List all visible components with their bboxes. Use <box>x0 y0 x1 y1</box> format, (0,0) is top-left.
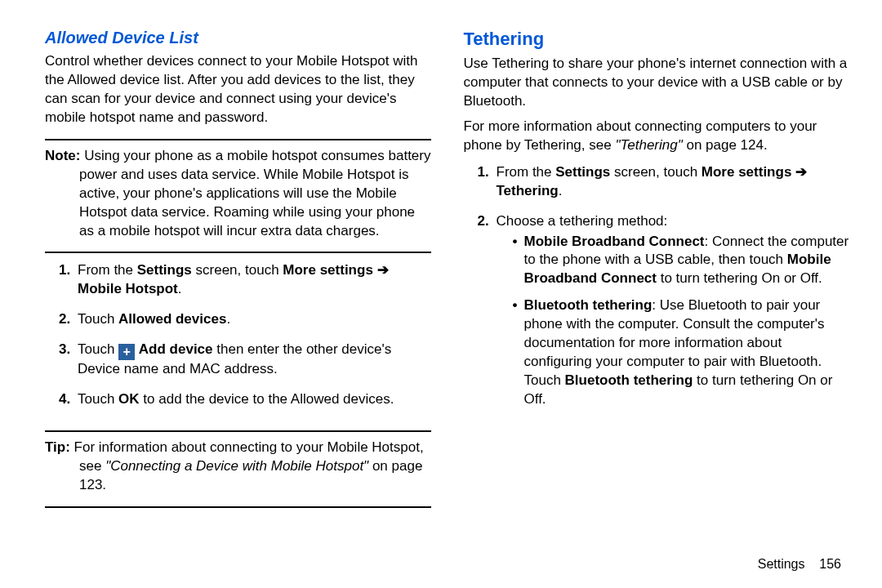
bullet-bluetooth-tethering: Bluetooth tethering: Use Bluetooth to pa… <box>513 296 850 409</box>
step-1: From the Settings screen, touch More set… <box>74 261 431 299</box>
step-2: Choose a tethering method: Mobile Broadb… <box>493 212 850 409</box>
text: to add the device to the Allowed devices… <box>140 391 394 407</box>
text: From the <box>497 164 556 180</box>
right-column: Tethering Use Tethering to share your ph… <box>464 29 850 564</box>
bold: More settings <box>283 262 373 278</box>
divider <box>45 139 431 140</box>
tip-block: Tip: For information about connecting to… <box>45 439 431 495</box>
text: Touch <box>78 341 118 357</box>
footer-page-number: 156 <box>819 557 841 571</box>
bold: Add device <box>139 341 213 357</box>
section-title-allowed-device-list: Allowed Device List <box>45 29 431 47</box>
bold: Allowed devices <box>118 311 226 327</box>
note-body: Using your phone as a mobile hotspot con… <box>79 148 430 238</box>
step-1: From the Settings screen, touch More set… <box>493 163 850 201</box>
text: on page 124. <box>683 137 768 153</box>
step-2: Touch Allowed devices. <box>74 310 431 329</box>
steps-list-left: From the Settings screen, touch More set… <box>45 261 431 421</box>
bold: More settings <box>702 164 792 180</box>
text: . <box>178 281 182 296</box>
note-block: Note: Using your phone as a mobile hotsp… <box>45 147 431 241</box>
bold: Bluetooth tethering <box>524 297 653 313</box>
bold: Tethering <box>497 183 559 198</box>
page-footer: Settings 156 <box>758 557 841 572</box>
italic: "Tethering" <box>615 137 682 153</box>
section-heading-tethering: Tethering <box>464 29 850 50</box>
text: Touch <box>78 391 118 407</box>
text: From the <box>78 262 137 278</box>
bold: Settings <box>555 164 610 180</box>
divider <box>45 252 431 253</box>
footer-label: Settings <box>758 557 805 571</box>
steps-list-right: From the Settings screen, touch More set… <box>464 163 850 421</box>
text: Choose a tethering method: <box>497 213 668 229</box>
more-info-text: For more information about connecting co… <box>464 118 850 155</box>
divider <box>45 430 431 432</box>
bold: Settings <box>137 262 192 278</box>
text: Touch <box>78 311 118 327</box>
arrow-icon: ➔ <box>377 262 389 278</box>
text: . <box>559 183 563 198</box>
arrow-icon: ➔ <box>795 164 807 180</box>
text: to turn tethering On or Off. <box>657 270 822 286</box>
page-root: Allowed Device List Control whether devi… <box>0 0 882 588</box>
intro-text: Control whether devices connect to your … <box>45 52 431 127</box>
intro-text: Use Tethering to share your phone's inte… <box>464 55 850 111</box>
tip-label: Tip: <box>45 439 70 455</box>
bold: Mobile Broadband Connect <box>524 234 705 249</box>
step-4: Touch OK to add the device to the Allowe… <box>74 390 431 409</box>
tip-italic: "Connecting a Device with Mobile Hotspot… <box>105 458 368 474</box>
plus-icon: + <box>118 344 135 360</box>
divider <box>45 506 431 508</box>
bold: OK <box>118 391 140 407</box>
left-column: Allowed Device List Control whether devi… <box>45 29 431 564</box>
step-3: Touch + Add device then enter the other … <box>74 341 431 379</box>
bullet-list: Mobile Broadband Connect: Connect the co… <box>497 233 850 409</box>
text: . <box>226 311 230 327</box>
text: screen, touch <box>610 164 702 180</box>
bold: Bluetooth tethering <box>565 372 693 388</box>
bullet-mobile-broadband: Mobile Broadband Connect: Connect the co… <box>513 233 850 289</box>
text: screen, touch <box>192 262 283 278</box>
note-label: Note: <box>45 148 80 163</box>
bold: Mobile Hotspot <box>78 281 178 296</box>
